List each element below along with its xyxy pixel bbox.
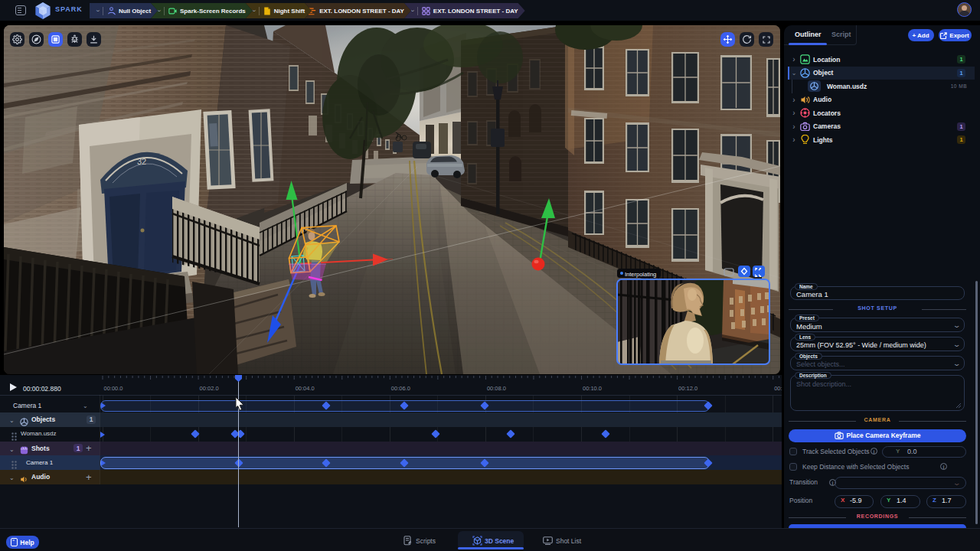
svg-text:Interpolating: Interpolating	[625, 271, 656, 278]
